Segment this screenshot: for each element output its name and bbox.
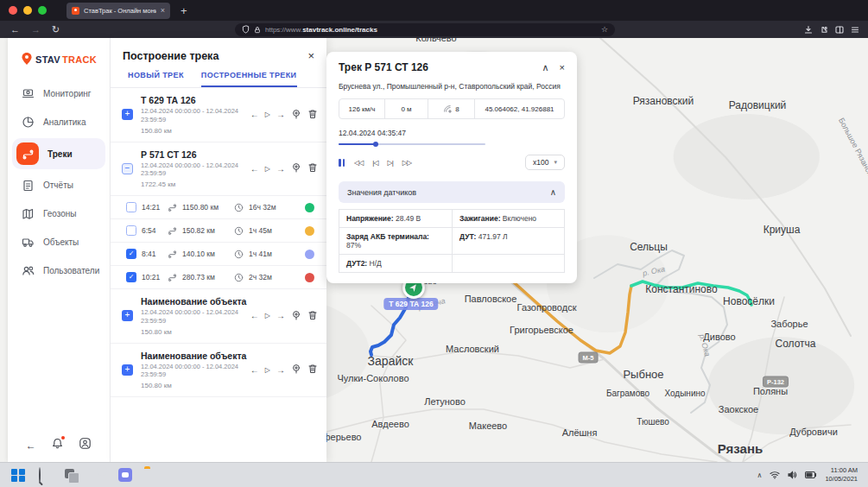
video-chat-app-icon[interactable]: [117, 468, 132, 483]
window-minimize-button[interactable]: [23, 6, 32, 15]
task-view-icon[interactable]: [64, 468, 79, 483]
close-panel-button[interactable]: ×: [560, 62, 565, 73]
rewind-button[interactable]: ◁◁: [354, 159, 363, 167]
step-forward-button[interactable]: →: [276, 164, 285, 174]
url-bar[interactable]: https://www.stavtrack.online/tracks ☆: [235, 23, 615, 36]
segment-checkbox[interactable]: ✓: [126, 272, 136, 282]
play-track-button[interactable]: ▷: [265, 366, 270, 374]
url-text[interactable]: https://www.stavtrack.online/tracks: [265, 26, 597, 34]
track-segment-row[interactable]: ✓10:21280.73 км2ч 32м: [111, 266, 326, 289]
delete-track-button[interactable]: [307, 109, 318, 121]
step-forward-button[interactable]: →: [276, 311, 285, 320]
profile-button[interactable]: [79, 437, 92, 453]
tracking-shield-icon[interactable]: [242, 25, 250, 34]
battery-icon[interactable]: [805, 471, 817, 478]
sidebar-item-analytics[interactable]: Аналитика: [8, 108, 110, 136]
collapse-panel-button[interactable]: ∧: [542, 62, 549, 73]
tab-new-track[interactable]: НОВЫЙ ТРЕК: [128, 71, 184, 87]
firefox-icon[interactable]: [91, 468, 105, 483]
back-button[interactable]: ←: [10, 21, 20, 38]
segment-checkbox[interactable]: [126, 202, 136, 212]
expand-track-button[interactable]: +: [122, 109, 133, 120]
extensions-icon[interactable]: [820, 21, 828, 38]
sidebar-toggle-icon[interactable]: [835, 21, 844, 38]
tray-chevron-icon[interactable]: ∧: [757, 471, 763, 479]
playback-speed-select[interactable]: x100 ▾: [525, 155, 565, 170]
track-row[interactable]: +Т 629 ТА 12612.04.2024 00:00:00 - 12.04…: [111, 88, 326, 142]
playback-slider[interactable]: [339, 143, 485, 145]
step-forward-button[interactable]: →: [276, 110, 285, 119]
volume-icon[interactable]: [788, 471, 797, 479]
collapse-sidebar-button[interactable]: ←: [26, 440, 36, 452]
sidebar-item-tracks[interactable]: Треки: [12, 138, 105, 169]
track-row[interactable]: −Р 571 СТ 12612.04.2024 00:00:00 - 12.04…: [111, 142, 326, 197]
geozones-icon: [22, 207, 35, 220]
play-track-button[interactable]: ▷: [265, 165, 270, 173]
fast-forward-button[interactable]: ▷▷: [402, 159, 411, 167]
notifications-button[interactable]: [51, 437, 64, 453]
track-segment-row[interactable]: ✓8:41140.10 км1ч 41м: [111, 243, 326, 266]
start-button[interactable]: [10, 468, 25, 483]
downloads-icon[interactable]: [804, 21, 813, 38]
track-row[interactable]: +Наименование объекта12.04.2024 00:00:00…: [111, 344, 326, 398]
window-close-button[interactable]: [9, 6, 17, 15]
sensors-header[interactable]: Значения датчиков ∧: [339, 181, 565, 203]
panel-title: Построение трека: [123, 50, 219, 62]
focus-track-button[interactable]: [291, 310, 301, 322]
step-back-button[interactable]: ←: [250, 110, 259, 119]
sidebar-item-objects[interactable]: Объекты: [8, 228, 110, 256]
playback-datetime: 12.04.2024 04:35:47: [339, 129, 565, 137]
new-tab-button[interactable]: +: [181, 4, 187, 17]
focus-track-button[interactable]: [291, 162, 301, 174]
segment-time: 8:41: [142, 250, 162, 258]
browser-tab[interactable]: СтавТрак - Онлайн мониторинг ×: [67, 3, 170, 19]
road-number-badge: М-5: [579, 352, 599, 364]
bookmark-star-icon[interactable]: ☆: [601, 25, 608, 34]
play-track-button[interactable]: ▷: [265, 312, 270, 319]
collapse-track-button[interactable]: −: [122, 163, 133, 174]
step-back-button[interactable]: ←: [250, 311, 259, 320]
focus-track-button[interactable]: [291, 109, 301, 121]
expand-track-button[interactable]: +: [122, 364, 133, 376]
step-forward-button[interactable]: →: [276, 365, 285, 375]
sidebar-item-users[interactable]: Пользователи: [8, 256, 110, 285]
slider-handle[interactable]: [373, 142, 378, 147]
step-back-button[interactable]: ←: [250, 365, 259, 375]
wifi-icon[interactable]: [770, 471, 780, 479]
play-track-button[interactable]: ▷: [265, 111, 270, 118]
sidebar-item-geozones[interactable]: Геозоны: [8, 199, 110, 228]
track-row[interactable]: +Наименование объекта12.04.2024 00:00:00…: [111, 289, 326, 344]
edge-browser-icon[interactable]: [171, 468, 186, 483]
tab-built-tracks[interactable]: ПОСТРОЕННЫЕ ТРЕКИ: [201, 71, 297, 87]
reload-button[interactable]: ↻: [52, 21, 60, 38]
stavtrack-logo: STAVTRACK: [8, 38, 110, 79]
map-road: [371, 306, 406, 462]
map-label: Дивово: [703, 332, 735, 342]
segment-color-dot: [305, 203, 314, 212]
step-back-button[interactable]: ←: [250, 164, 259, 174]
file-explorer-icon[interactable]: [144, 468, 159, 483]
menu-icon[interactable]: [851, 21, 859, 38]
taskbar-clock[interactable]: 11:00 AM 10/05/2021: [825, 466, 858, 484]
taskbar-search-icon[interactable]: [37, 468, 52, 483]
previous-point-button[interactable]: |◁: [372, 159, 377, 167]
forward-button[interactable]: →: [31, 21, 41, 38]
delete-track-button[interactable]: [307, 310, 318, 322]
track-segment-row[interactable]: 6:54150.82 км1ч 45м: [111, 219, 326, 243]
delete-track-button[interactable]: [307, 162, 318, 174]
segment-duration: 1ч 41м: [249, 250, 282, 258]
window-zoom-button[interactable]: [38, 6, 47, 15]
segment-checkbox[interactable]: ✓: [126, 249, 136, 259]
segment-checkbox[interactable]: [126, 225, 136, 236]
expand-track-button[interactable]: +: [122, 310, 133, 321]
tab-close-icon[interactable]: ×: [161, 7, 165, 15]
panel-close-button[interactable]: ×: [307, 49, 314, 62]
focus-track-button[interactable]: [291, 364, 301, 376]
sidebar-item-monitoring[interactable]: Мониторинг: [8, 79, 110, 108]
track-segment-row[interactable]: 14:211150.80 км16ч 32м: [111, 196, 326, 219]
delete-track-button[interactable]: [307, 364, 318, 376]
next-point-button[interactable]: ▷|: [388, 159, 393, 167]
pause-button[interactable]: [339, 159, 345, 167]
lock-icon: [254, 26, 261, 34]
sidebar-item-reports[interactable]: Отчёты: [8, 171, 110, 199]
